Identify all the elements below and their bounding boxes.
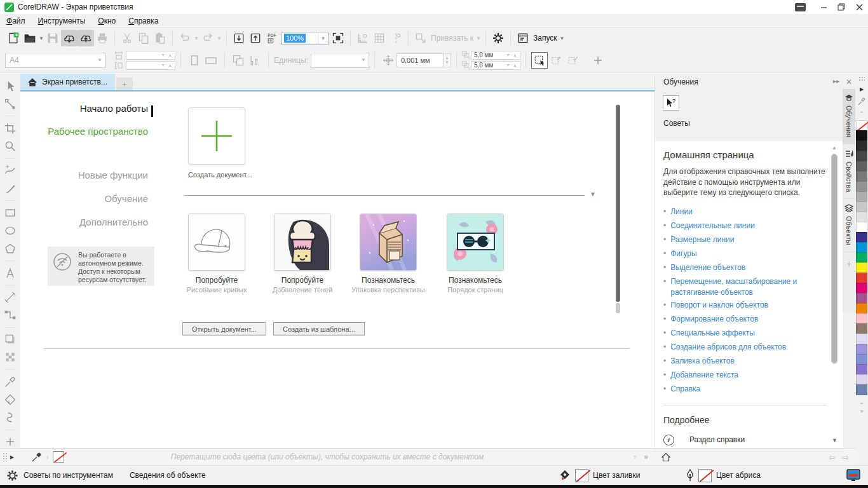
docker-collapse-icon[interactable]: ▸▸ — [830, 78, 843, 86]
units-combo[interactable]: ▼ — [311, 53, 369, 68]
options-gear-icon[interactable] — [490, 30, 506, 46]
artistic-media-tool[interactable] — [3, 181, 18, 196]
help-topic-link[interactable]: •Линии — [663, 205, 824, 219]
palette-bar-prev-icon[interactable]: ‹ — [46, 453, 49, 461]
edit-fill-icon[interactable] — [548, 52, 564, 69]
docker-close-icon[interactable]: ✕ — [843, 78, 855, 86]
color-swatch-none[interactable] — [856, 120, 867, 131]
outline-color-swatch[interactable] — [698, 469, 712, 482]
fill-winding-icon[interactable] — [564, 52, 581, 69]
add-docker-icon[interactable]: + — [843, 252, 855, 269]
portrait-button[interactable] — [186, 52, 203, 69]
fullscreen-preview-icon[interactable] — [330, 30, 346, 46]
scroll-thumb[interactable] — [831, 154, 837, 363]
freehand-tool[interactable] — [3, 163, 18, 178]
section-collapse-arrow[interactable]: ▼ — [590, 191, 596, 198]
nudge-distance-field[interactable]: 0,001 мм — [397, 53, 444, 67]
help-topic-link[interactable]: •Соединительные линии — [663, 219, 824, 233]
import-icon[interactable] — [231, 30, 247, 46]
color-swatch-111111[interactable] — [856, 130, 867, 141]
palette-eyedropper-icon[interactable] — [858, 97, 865, 105]
help-topic-link[interactable]: •Специальные эффекты — [663, 326, 824, 340]
welcome-tab[interactable]: Экран приветств... — [20, 74, 115, 90]
palette-scroll-down-icon[interactable]: ⌄ — [859, 399, 864, 405]
propbar-add-icon[interactable] — [590, 52, 606, 69]
launch-icon[interactable] — [515, 30, 531, 46]
color-swatch-e1e1e1[interactable] — [856, 212, 867, 222]
grid-icon[interactable] — [371, 30, 388, 46]
open-document-button[interactable]: Открыть документ... — [182, 322, 266, 336]
dimension-tool[interactable] — [3, 290, 18, 304]
scroll-up-icon[interactable]: ▲ — [832, 145, 837, 151]
smart-fill-tool[interactable] — [3, 410, 18, 425]
cloud-upload-icon[interactable] — [78, 30, 94, 46]
eyedropper-tool[interactable] — [3, 374, 18, 389]
guidelines-icon[interactable] — [388, 30, 404, 46]
color-swatch-e23b2e[interactable] — [856, 273, 867, 283]
cut-icon[interactable] — [119, 30, 135, 46]
undo-icon[interactable] — [177, 30, 193, 46]
scroll-down-icon[interactable]: ▼ — [832, 437, 837, 444]
color-swatch-2b2b2b[interactable] — [856, 140, 867, 151]
close-button[interactable] — [850, 0, 868, 14]
menu-file[interactable]: Файл — [0, 14, 32, 27]
color-swatch-e0ddf3[interactable] — [856, 334, 867, 344]
zoom-level-combo[interactable]: 100%▼ — [281, 32, 329, 45]
palette-expand-icon[interactable]: » — [860, 408, 863, 414]
help-topic-link[interactable]: •Поворот и наклон объектов — [663, 298, 824, 312]
help-topic-link[interactable]: •Формирование объектов — [663, 312, 824, 326]
welcome-nav-4[interactable]: Обучение — [104, 193, 148, 204]
zoom-dropdown-icon[interactable]: ▼ — [318, 32, 328, 44]
page-height-field[interactable]: ▼ ▲ — [126, 61, 175, 70]
new-tab-button[interactable]: + — [116, 78, 133, 90]
open-dropdown-icon[interactable]: ▼ — [38, 30, 44, 46]
help-topic-link[interactable]: •Добавление текста — [663, 368, 824, 382]
current-page-icon[interactable] — [247, 52, 263, 69]
help-topic-link[interactable]: •Перемещение, масштабирование и растягив… — [663, 274, 824, 298]
color-swatch-fbc2cb[interactable] — [856, 313, 867, 324]
treat-as-filled-button[interactable] — [531, 52, 548, 69]
pdf-icon[interactable]: PDF — [264, 30, 280, 46]
tutorial-card-2[interactable] — [274, 214, 331, 271]
docker-tab-2[interactable]: Свойства — [843, 144, 855, 199]
color-swatch-ffffff[interactable] — [856, 222, 867, 233]
palette-bar-eyedropper-icon[interactable] — [32, 452, 41, 462]
duplicate-x-field[interactable]: 5,0 мм▼ ▲ — [471, 51, 520, 60]
menu-tools[interactable]: Инструменты — [32, 14, 92, 27]
welcome-nav-5[interactable]: Дополнительно — [79, 217, 148, 227]
palette-bar-handle[interactable] — [3, 452, 8, 461]
tutorial-card-1[interactable] — [188, 214, 245, 271]
object-info-item[interactable]: Сведения об объекте — [130, 471, 206, 480]
all-pages-icon[interactable] — [230, 52, 247, 69]
docker-tab-3[interactable]: Объекты — [843, 199, 855, 252]
help-topic-link[interactable]: •Выделение объектов — [663, 261, 824, 274]
display-color-icon[interactable] — [846, 469, 860, 482]
snap-dropdown-icon[interactable]: ▼ — [475, 30, 482, 46]
text-tool[interactable] — [3, 266, 18, 280]
docker-scrollbar[interactable]: ▲ ▼ — [831, 145, 839, 444]
help-topic-link[interactable]: •Фигуры — [663, 247, 824, 261]
help-topic-link[interactable]: •Заливка объектов — [663, 354, 824, 368]
new-from-template-button[interactable]: Создать из шаблона... — [273, 322, 365, 336]
color-swatch-7f92d6[interactable] — [856, 354, 867, 365]
color-swatch-9d95de[interactable] — [856, 344, 867, 355]
menu-help[interactable]: Справка — [122, 14, 165, 27]
export-icon[interactable] — [247, 30, 264, 46]
duplicate-y-field[interactable]: 5,0 мм▼ ▲ — [471, 61, 520, 70]
docker-tab-1[interactable]: Обучения — [843, 89, 855, 144]
interactive-fill-tool[interactable] — [3, 392, 18, 407]
help-section-row[interactable]: i Раздел справки — [663, 432, 835, 447]
welcome-nav-3[interactable]: Новые функции — [78, 170, 148, 180]
rulers-icon[interactable] — [355, 30, 371, 46]
tool-hints-item[interactable]: Советы по инструментам — [24, 471, 113, 480]
color-swatch-f7ec13[interactable] — [856, 262, 867, 273]
color-swatch-d9d6ed[interactable] — [856, 374, 867, 385]
page-size-combo[interactable]: A4▼ — [5, 53, 105, 68]
landscape-button[interactable] — [203, 52, 219, 69]
cloud-download-icon[interactable] — [61, 30, 78, 46]
help-topic-link[interactable]: •Справка — [663, 382, 824, 396]
crop-tool[interactable] — [3, 121, 18, 135]
redo-icon[interactable] — [200, 30, 216, 46]
help-topic-link[interactable]: •Размерные линии — [663, 233, 824, 247]
undo-dropdown-icon[interactable]: ▼ — [193, 30, 200, 46]
